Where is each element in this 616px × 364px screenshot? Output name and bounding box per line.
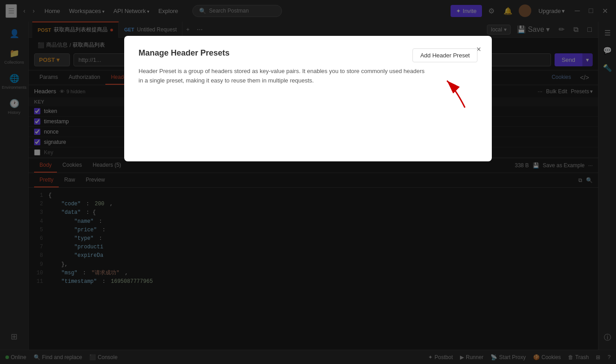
red-arrow-svg <box>420 72 474 112</box>
modal-manage-presets: Manage Header Presets Header Preset is a… <box>124 36 492 161</box>
arrow-annotation <box>420 72 474 113</box>
add-header-preset-button[interactable]: Add Header Preset <box>412 48 477 62</box>
modal-overlay: Manage Header Presets Header Preset is a… <box>0 0 616 364</box>
modal-description: Header Preset is a group of headers stor… <box>139 67 425 86</box>
